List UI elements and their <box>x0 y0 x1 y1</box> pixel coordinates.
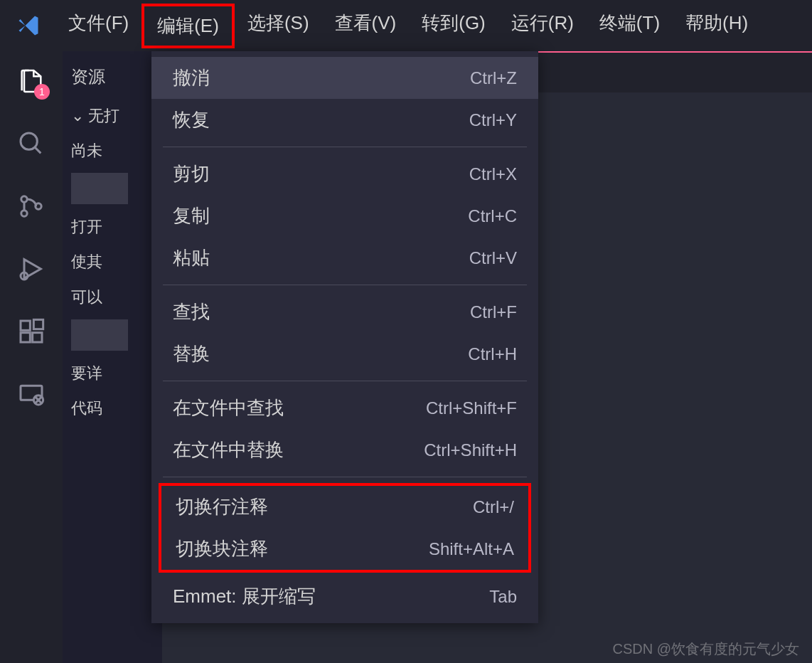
sidebar: 资源 ⌄ 无打 尚未 打开 使其 可以 要详 代码 <box>63 51 162 663</box>
svg-point-3 <box>21 211 27 216</box>
menu-toggle-line-comment[interactable]: 切换行注释 Ctrl+/ <box>161 486 528 528</box>
svg-rect-8 <box>33 333 42 342</box>
menu-item-label: 在文件中查找 <box>173 396 284 420</box>
menu-item-shortcut: Ctrl+Z <box>470 68 517 88</box>
svg-rect-9 <box>33 319 43 329</box>
run-debug-icon[interactable] <box>14 252 48 286</box>
menu-separator <box>163 147 527 147</box>
menu-item-shortcut: Ctrl+H <box>468 344 517 364</box>
menu-cut[interactable]: 剪切 Ctrl+X <box>151 153 538 195</box>
highlighted-comment-group: 切换行注释 Ctrl+/ 切换块注释 Shift+Alt+A <box>159 483 531 573</box>
sidebar-text-4a: 要详 <box>71 361 154 386</box>
svg-line-1 <box>35 147 41 153</box>
menu-separator <box>163 285 527 285</box>
explorer-icon[interactable]: 1 <box>14 64 48 98</box>
menu-item-shortcut: Ctrl+X <box>469 164 517 184</box>
menu-view[interactable]: 查看(V) <box>322 4 410 48</box>
menu-separator <box>163 381 527 381</box>
menu-item-shortcut: Tab <box>489 587 517 607</box>
menu-terminal[interactable]: 终端(T) <box>587 4 673 48</box>
menu-item-label: Emmet: 展开缩写 <box>173 584 316 609</box>
menu-replace[interactable]: 替换 Ctrl+H <box>151 333 538 375</box>
menu-item-shortcut: Ctrl+Shift+H <box>424 440 517 460</box>
menu-item-label: 复制 <box>173 203 210 228</box>
svg-point-0 <box>21 133 37 149</box>
menu-go[interactable]: 转到(G) <box>409 4 498 48</box>
svg-rect-6 <box>21 321 30 330</box>
menu-item-label: 撤消 <box>173 65 210 90</box>
sidebar-text-2b: 使其 <box>71 249 154 274</box>
menu-undo[interactable]: 撤消 Ctrl+Z <box>151 57 538 99</box>
remote-icon[interactable] <box>14 377 48 411</box>
source-control-icon[interactable] <box>14 189 48 223</box>
sidebar-section[interactable]: ⌄ 无打 <box>71 105 154 127</box>
sidebar-text-3: 可以 <box>71 285 154 309</box>
menu-find[interactable]: 查找 Ctrl+F <box>151 291 538 333</box>
menu-item-shortcut: Shift+Alt+A <box>429 539 514 559</box>
edit-menu-dropdown: 撤消 Ctrl+Z 恢复 Ctrl+Y 剪切 Ctrl+X 复制 Ctrl+C … <box>151 51 538 623</box>
watermark: CSDN @饮食有度的元气少女 <box>612 640 799 659</box>
menu-help[interactable]: 帮助(H) <box>673 4 761 48</box>
activitybar: 1 <box>0 51 63 663</box>
menu-item-shortcut: Ctrl+Y <box>469 110 517 130</box>
menu-item-label: 查找 <box>173 299 210 324</box>
sidebar-button-1[interactable] <box>71 173 128 204</box>
search-icon[interactable] <box>14 127 48 161</box>
menu-item-label: 替换 <box>173 341 210 366</box>
menu-edit[interactable]: 编辑(E) <box>141 4 235 48</box>
menu-item-shortcut: Ctrl+C <box>468 206 517 226</box>
menu-emmet-expand[interactable]: Emmet: 展开缩写 Tab <box>151 576 538 617</box>
menu-toggle-block-comment[interactable]: 切换块注释 Shift+Alt+A <box>161 528 528 570</box>
menu-item-label: 恢复 <box>173 107 210 132</box>
extensions-icon[interactable] <box>14 314 48 349</box>
sidebar-title: 资源 <box>71 65 154 88</box>
menu-separator <box>163 477 527 477</box>
menu-redo[interactable]: 恢复 Ctrl+Y <box>151 99 538 141</box>
svg-point-2 <box>21 196 27 202</box>
menu-paste[interactable]: 粘贴 Ctrl+V <box>151 237 538 279</box>
menu-item-shortcut: Ctrl+Shift+F <box>426 398 517 418</box>
sidebar-button-2[interactable] <box>71 319 128 351</box>
menu-item-label: 剪切 <box>173 161 210 186</box>
vscode-logo-icon <box>14 11 43 40</box>
sidebar-text-1: 尚未 <box>71 138 154 163</box>
chevron-down-icon: ⌄ <box>71 107 84 125</box>
menu-select[interactable]: 选择(S) <box>235 4 322 48</box>
menu-item-shortcut: Ctrl+V <box>469 248 517 268</box>
sidebar-section-label: 无打 <box>88 105 119 127</box>
menu-item-shortcut: Ctrl+F <box>470 302 517 322</box>
menu-item-shortcut: Ctrl+/ <box>473 497 514 517</box>
menu-item-label: 切换行注释 <box>176 494 268 519</box>
explorer-badge: 1 <box>34 84 50 100</box>
menu-items: 文件(F) 编辑(E) 选择(S) 查看(V) 转到(G) 运行(R) 终端(T… <box>55 4 761 48</box>
menu-item-label: 在文件中替换 <box>173 437 284 462</box>
menu-item-label: 粘贴 <box>173 245 210 270</box>
menu-file[interactable]: 文件(F) <box>55 4 141 48</box>
menu-run[interactable]: 运行(R) <box>498 4 587 48</box>
sidebar-text-2a: 打开 <box>71 214 154 239</box>
menu-replace-in-files[interactable]: 在文件中替换 Ctrl+Shift+H <box>151 429 538 471</box>
menu-find-in-files[interactable]: 在文件中查找 Ctrl+Shift+F <box>151 387 538 429</box>
menu-item-label: 切换块注释 <box>176 536 268 561</box>
sidebar-text-4b: 代码 <box>71 396 154 420</box>
menubar: 文件(F) 编辑(E) 选择(S) 查看(V) 转到(G) 运行(R) 终端(T… <box>0 0 812 51</box>
menu-copy[interactable]: 复制 Ctrl+C <box>151 195 538 237</box>
svg-rect-7 <box>21 333 30 342</box>
